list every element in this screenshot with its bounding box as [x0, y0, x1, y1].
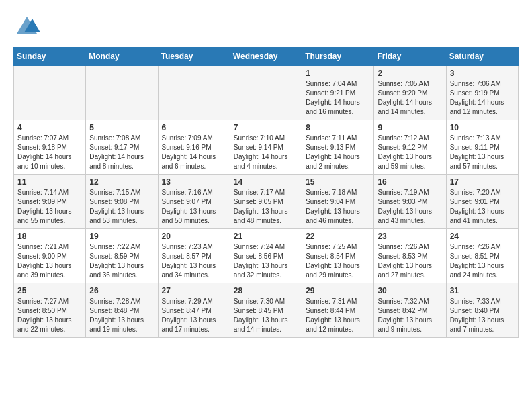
calendar-week-row: 1Sunrise: 7:04 AM Sunset: 9:21 PM Daylig…	[14, 66, 519, 120]
calendar-cell: 28Sunrise: 7:30 AM Sunset: 8:45 PM Dayli…	[230, 283, 302, 338]
logo	[13, 13, 43, 40]
day-number: 23	[378, 232, 442, 241]
column-header-saturday: Saturday	[446, 48, 518, 66]
day-number: 20	[162, 232, 226, 241]
calendar-week-row: 11Sunrise: 7:14 AM Sunset: 9:09 PM Dayli…	[14, 175, 519, 229]
day-number: 27	[162, 286, 226, 295]
day-info: Sunrise: 7:19 AM Sunset: 9:03 PM Dayligh…	[378, 188, 442, 226]
day-number: 28	[234, 286, 298, 295]
day-info: Sunrise: 7:15 AM Sunset: 9:08 PM Dayligh…	[89, 188, 154, 226]
calendar-cell	[86, 66, 158, 120]
day-info: Sunrise: 7:17 AM Sunset: 9:05 PM Dayligh…	[234, 188, 298, 226]
calendar-cell: 5Sunrise: 7:08 AM Sunset: 9:17 PM Daylig…	[86, 120, 158, 175]
day-number: 13	[162, 177, 226, 187]
calendar-week-row: 4Sunrise: 7:07 AM Sunset: 9:18 PM Daylig…	[14, 120, 519, 175]
calendar-cell: 6Sunrise: 7:09 AM Sunset: 9:16 PM Daylig…	[158, 120, 230, 175]
calendar-week-row: 25Sunrise: 7:27 AM Sunset: 8:50 PM Dayli…	[14, 283, 519, 338]
calendar-cell: 30Sunrise: 7:32 AM Sunset: 8:42 PM Dayli…	[374, 283, 446, 338]
calendar-cell: 12Sunrise: 7:15 AM Sunset: 9:08 PM Dayli…	[86, 175, 158, 229]
day-number: 8	[306, 123, 370, 132]
calendar-cell	[158, 66, 230, 120]
calendar-cell: 13Sunrise: 7:16 AM Sunset: 9:07 PM Dayli…	[158, 175, 230, 229]
day-number: 24	[450, 232, 515, 241]
calendar-cell: 27Sunrise: 7:29 AM Sunset: 8:47 PM Dayli…	[158, 283, 230, 338]
day-info: Sunrise: 7:21 AM Sunset: 9:00 PM Dayligh…	[17, 242, 82, 280]
calendar-header-row: SundayMondayTuesdayWednesdayThursdayFrid…	[14, 48, 519, 66]
day-number: 18	[17, 232, 82, 241]
day-info: Sunrise: 7:23 AM Sunset: 8:57 PM Dayligh…	[162, 242, 226, 280]
calendar-cell: 2Sunrise: 7:05 AM Sunset: 9:20 PM Daylig…	[374, 66, 446, 120]
calendar-cell: 20Sunrise: 7:23 AM Sunset: 8:57 PM Dayli…	[158, 229, 230, 283]
calendar-cell: 14Sunrise: 7:17 AM Sunset: 9:05 PM Dayli…	[230, 175, 302, 229]
day-number: 31	[450, 286, 515, 295]
day-number: 19	[89, 232, 154, 241]
day-number: 11	[17, 177, 82, 187]
day-info: Sunrise: 7:16 AM Sunset: 9:07 PM Dayligh…	[162, 188, 226, 226]
day-number: 6	[162, 123, 226, 132]
column-header-monday: Monday	[86, 48, 158, 66]
day-info: Sunrise: 7:28 AM Sunset: 8:48 PM Dayligh…	[89, 297, 154, 334]
column-header-wednesday: Wednesday	[230, 48, 302, 66]
logo-icon	[13, 13, 40, 40]
day-number: 21	[234, 232, 298, 241]
day-number: 3	[450, 68, 515, 78]
calendar-cell: 10Sunrise: 7:13 AM Sunset: 9:11 PM Dayli…	[446, 120, 518, 175]
day-number: 15	[306, 177, 370, 187]
day-info: Sunrise: 7:10 AM Sunset: 9:14 PM Dayligh…	[234, 134, 298, 171]
calendar-cell: 18Sunrise: 7:21 AM Sunset: 9:00 PM Dayli…	[14, 229, 86, 283]
calendar-cell: 22Sunrise: 7:25 AM Sunset: 8:54 PM Dayli…	[302, 229, 374, 283]
day-number: 12	[89, 177, 154, 187]
calendar-cell: 23Sunrise: 7:26 AM Sunset: 8:53 PM Dayli…	[374, 229, 446, 283]
day-info: Sunrise: 7:20 AM Sunset: 9:01 PM Dayligh…	[450, 188, 515, 226]
calendar-cell: 4Sunrise: 7:07 AM Sunset: 9:18 PM Daylig…	[14, 120, 86, 175]
day-number: 17	[450, 177, 515, 187]
calendar-cell: 26Sunrise: 7:28 AM Sunset: 8:48 PM Dayli…	[86, 283, 158, 338]
day-number: 14	[234, 177, 298, 187]
calendar-cell: 7Sunrise: 7:10 AM Sunset: 9:14 PM Daylig…	[230, 120, 302, 175]
page-header	[13, 13, 519, 40]
day-number: 22	[306, 232, 370, 241]
day-number: 26	[89, 286, 154, 295]
column-header-friday: Friday	[374, 48, 446, 66]
day-number: 2	[378, 68, 442, 78]
day-number: 29	[306, 286, 370, 295]
day-info: Sunrise: 7:04 AM Sunset: 9:21 PM Dayligh…	[306, 79, 370, 117]
day-info: Sunrise: 7:27 AM Sunset: 8:50 PM Dayligh…	[17, 297, 82, 334]
day-number: 1	[306, 68, 370, 78]
calendar-cell: 3Sunrise: 7:06 AM Sunset: 9:19 PM Daylig…	[446, 66, 518, 120]
calendar-cell: 29Sunrise: 7:31 AM Sunset: 8:44 PM Dayli…	[302, 283, 374, 338]
calendar-table: SundayMondayTuesdayWednesdayThursdayFrid…	[13, 47, 519, 338]
day-info: Sunrise: 7:05 AM Sunset: 9:20 PM Dayligh…	[378, 79, 442, 117]
calendar-cell: 16Sunrise: 7:19 AM Sunset: 9:03 PM Dayli…	[374, 175, 446, 229]
day-number: 16	[378, 177, 442, 187]
day-number: 9	[378, 123, 442, 132]
day-info: Sunrise: 7:14 AM Sunset: 9:09 PM Dayligh…	[17, 188, 82, 226]
calendar-cell: 21Sunrise: 7:24 AM Sunset: 8:56 PM Dayli…	[230, 229, 302, 283]
day-info: Sunrise: 7:06 AM Sunset: 9:19 PM Dayligh…	[450, 79, 515, 117]
column-header-thursday: Thursday	[302, 48, 374, 66]
column-header-tuesday: Tuesday	[158, 48, 230, 66]
day-info: Sunrise: 7:33 AM Sunset: 8:40 PM Dayligh…	[450, 297, 515, 334]
day-number: 10	[450, 123, 515, 132]
day-info: Sunrise: 7:07 AM Sunset: 9:18 PM Dayligh…	[17, 134, 82, 171]
calendar-cell: 1Sunrise: 7:04 AM Sunset: 9:21 PM Daylig…	[302, 66, 374, 120]
day-info: Sunrise: 7:32 AM Sunset: 8:42 PM Dayligh…	[378, 297, 442, 334]
day-info: Sunrise: 7:18 AM Sunset: 9:04 PM Dayligh…	[306, 188, 370, 226]
day-info: Sunrise: 7:13 AM Sunset: 9:11 PM Dayligh…	[450, 134, 515, 171]
calendar-cell: 11Sunrise: 7:14 AM Sunset: 9:09 PM Dayli…	[14, 175, 86, 229]
day-info: Sunrise: 7:08 AM Sunset: 9:17 PM Dayligh…	[89, 134, 154, 171]
day-number: 4	[17, 123, 82, 132]
day-info: Sunrise: 7:30 AM Sunset: 8:45 PM Dayligh…	[234, 297, 298, 334]
calendar-cell: 15Sunrise: 7:18 AM Sunset: 9:04 PM Dayli…	[302, 175, 374, 229]
day-info: Sunrise: 7:09 AM Sunset: 9:16 PM Dayligh…	[162, 134, 226, 171]
day-info: Sunrise: 7:31 AM Sunset: 8:44 PM Dayligh…	[306, 297, 370, 334]
day-info: Sunrise: 7:25 AM Sunset: 8:54 PM Dayligh…	[306, 242, 370, 280]
day-info: Sunrise: 7:29 AM Sunset: 8:47 PM Dayligh…	[162, 297, 226, 334]
column-header-sunday: Sunday	[14, 48, 86, 66]
calendar-cell: 31Sunrise: 7:33 AM Sunset: 8:40 PM Dayli…	[446, 283, 518, 338]
calendar-cell: 8Sunrise: 7:11 AM Sunset: 9:13 PM Daylig…	[302, 120, 374, 175]
calendar-week-row: 18Sunrise: 7:21 AM Sunset: 9:00 PM Dayli…	[14, 229, 519, 283]
calendar-cell	[14, 66, 86, 120]
day-number: 25	[17, 286, 82, 295]
day-info: Sunrise: 7:22 AM Sunset: 8:59 PM Dayligh…	[89, 242, 154, 280]
